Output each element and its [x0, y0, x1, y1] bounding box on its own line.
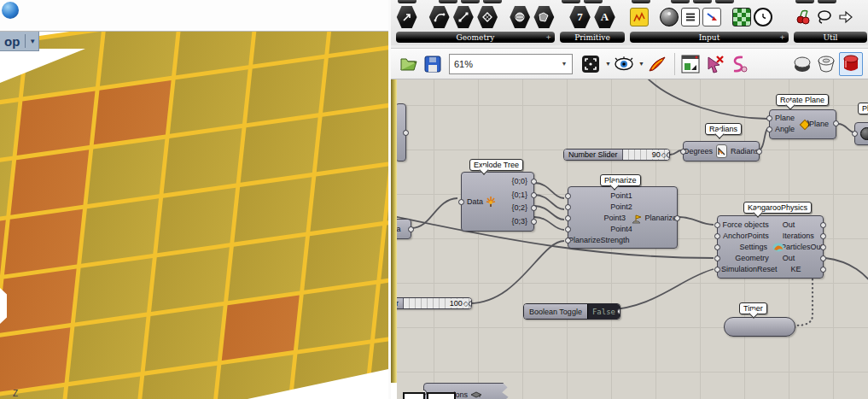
value-list-icon[interactable] [681, 8, 700, 26]
chevron-down-icon[interactable]: ▼ [638, 61, 644, 67]
cancel-cursor-icon[interactable] [703, 53, 725, 75]
zoom-level-combobox[interactable]: 61% ▼ [449, 54, 573, 74]
input-port[interactable] [852, 131, 858, 137]
digit-hex-icon[interactable]: 7 [569, 5, 591, 29]
wireframe-preview-icon[interactable] [815, 53, 837, 75]
slider-track[interactable]: 100 ◇ [404, 298, 471, 308]
output-port[interactable] [469, 301, 472, 307]
no-preview-icon[interactable] [791, 53, 813, 75]
input-port[interactable] [565, 204, 571, 210]
tab-input[interactable]: Input + [630, 32, 789, 43]
vector-icon[interactable] [396, 5, 417, 29]
viewport-title-menu[interactable]: op ▼ [0, 32, 39, 51]
input-port[interactable] [565, 215, 571, 221]
output-port[interactable] [833, 120, 839, 126]
mesh-cell [4, 209, 82, 274]
input-port[interactable] [565, 226, 571, 232]
jump-arrow-icon[interactable] [836, 8, 855, 26]
input-port[interactable] [458, 199, 464, 205]
clipped-plane-node[interactable] [854, 122, 868, 145]
chevron-down-icon[interactable]: ▼ [605, 61, 611, 67]
input-port[interactable] [766, 115, 772, 121]
mesh-cell [317, 107, 388, 172]
input-label: Degrees [684, 147, 713, 155]
input-port[interactable] [565, 238, 571, 244]
timer-balloon: Timer [739, 302, 767, 314]
chevron-down-icon[interactable]: ▼ [29, 38, 36, 45]
output-port[interactable] [756, 149, 762, 155]
line-icon[interactable] [452, 5, 474, 29]
tab-expand-icon[interactable]: + [545, 33, 551, 41]
output-port[interactable] [531, 192, 537, 198]
draw-pen-icon[interactable] [646, 53, 668, 75]
output-port[interactable] [674, 215, 680, 221]
swatch-icon[interactable] [732, 8, 751, 26]
kangaroo-physics-node[interactable]: Force objectsOut AnchorPointsIterations … [717, 215, 824, 279]
zoom-level-value: 61% [454, 59, 473, 69]
patch-icon[interactable] [533, 5, 555, 29]
input-port[interactable] [680, 149, 686, 155]
tab-util[interactable]: Util [794, 32, 867, 43]
screenshot-root: Z op ▼ [0, 0, 868, 399]
output-port[interactable] [820, 244, 826, 250]
remote-panel-icon[interactable] [679, 53, 702, 75]
timer-node[interactable] [724, 317, 795, 337]
input-port[interactable] [714, 244, 720, 250]
boolean-toggle[interactable]: Boolean Toggle False [523, 303, 620, 320]
open-file-icon[interactable] [398, 53, 420, 75]
sketch-icon[interactable] [727, 53, 749, 75]
save-file-icon[interactable] [422, 53, 444, 75]
grasshopper-window: Geometry + 7 A Primitive [388, 0, 868, 399]
cherry-picker-icon[interactable] [794, 8, 813, 26]
radians-node[interactable]: Degrees Radians [683, 141, 760, 161]
tab-group-primitive: 7 A Primitive [560, 0, 625, 43]
viewport-title[interactable]: op [4, 34, 20, 49]
surface-icon[interactable] [477, 5, 498, 29]
zoom-extents-icon[interactable] [580, 53, 602, 75]
input-port[interactable] [714, 255, 720, 261]
graph-mapper-icon[interactable] [630, 8, 649, 26]
clock-icon[interactable] [754, 8, 772, 26]
toggle-value[interactable]: False [587, 304, 620, 319]
chevron-down-icon[interactable]: ▼ [558, 56, 570, 72]
sphere-icon[interactable] [510, 5, 531, 29]
preview-eye-icon[interactable] [613, 53, 635, 75]
rhino-viewport[interactable]: Z op ▼ [0, 32, 388, 399]
mesh-cell [93, 80, 171, 145]
knob-icon[interactable] [660, 8, 679, 26]
output-port[interactable] [820, 267, 826, 273]
output-port[interactable] [408, 226, 414, 232]
letter-hex-icon[interactable]: A [594, 5, 616, 29]
gradient-icon[interactable] [702, 8, 721, 26]
tab-geometry[interactable]: Geometry + [396, 32, 555, 43]
output-port[interactable] [531, 219, 537, 225]
mesh-cell [234, 177, 312, 242]
radians-balloon: Radians [705, 123, 742, 135]
output-port[interactable] [617, 308, 620, 314]
number-slider[interactable]: Number Slider 90 ◇ [563, 149, 670, 161]
input-port[interactable] [714, 222, 720, 228]
letter-glyph: A [601, 10, 609, 24]
tab-label-text: Input [699, 33, 720, 42]
output-port[interactable] [820, 255, 826, 261]
explode-tree-node[interactable]: Data {0;0} {0;1} {0;2} {0;3} [461, 172, 534, 232]
input-port[interactable] [714, 267, 720, 273]
planarize-node[interactable]: Point1 Point2 Point3 Planarize Point4 Pl… [568, 186, 678, 249]
input-port[interactable] [565, 193, 571, 199]
output-port[interactable] [667, 152, 670, 158]
number-slider-partial[interactable]: der 100 ◇ [391, 297, 472, 309]
input-port[interactable] [766, 126, 772, 132]
output-port[interactable] [820, 222, 826, 228]
tab-primitive[interactable]: Primitive [560, 32, 625, 43]
slider-track[interactable]: 90 ◇ [623, 150, 669, 160]
rotate-plane-node[interactable]: Plane Angle Plane [769, 109, 836, 139]
output-port[interactable] [403, 130, 409, 136]
rhino-app-icon[interactable] [2, 2, 19, 19]
input-port[interactable] [714, 233, 720, 239]
curve-icon[interactable] [428, 5, 450, 29]
tab-expand-icon[interactable]: + [779, 33, 785, 41]
lasso-icon[interactable] [815, 8, 834, 26]
gh-canvas[interactable]: a Explode Tree Data {0;0} {0;1} [391, 79, 868, 399]
output-port[interactable] [820, 233, 826, 239]
shaded-preview-icon[interactable] [839, 52, 863, 76]
